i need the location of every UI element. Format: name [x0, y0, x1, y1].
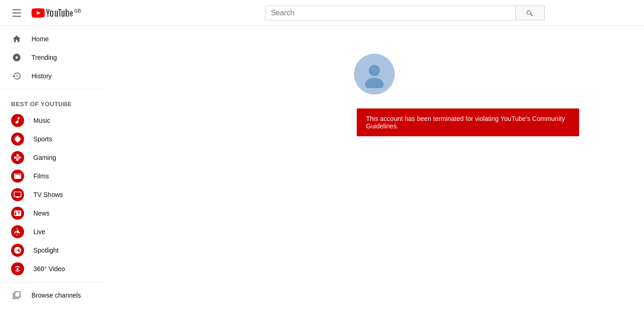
sidebar-item-gaming[interactable]: Gaming: [0, 148, 104, 167]
sidebar-item-history-label: History: [32, 72, 52, 80]
sports-icon: [11, 133, 24, 146]
sidebar-item-trending-label: Trending: [32, 54, 57, 61]
menu-button[interactable]: [7, 4, 26, 22]
terminated-banner: This account has been terminated for vio…: [357, 108, 579, 136]
sidebar-item-news[interactable]: News: [0, 204, 104, 222]
sidebar-item-home[interactable]: Home: [0, 30, 104, 48]
sidebar-item-tv-shows-label: TV Shows: [33, 191, 63, 198]
spotlight-icon: [11, 244, 24, 257]
home-icon: [11, 33, 22, 44]
search-button[interactable]: [515, 6, 545, 20]
sidebar-item-tv-shows[interactable]: TV Shows: [0, 185, 104, 204]
avatar: [354, 54, 395, 95]
tv-shows-icon: [11, 188, 24, 201]
sidebar-item-films-label: Films: [33, 172, 49, 180]
avatar-area: [123, 54, 625, 95]
avatar-image: [360, 60, 388, 88]
sidebar-item-films[interactable]: Films: [0, 167, 104, 185]
svg-point-2: [365, 78, 384, 88]
gaming-icon: [11, 151, 24, 164]
music-icon: [11, 114, 24, 127]
logo-area[interactable]: GB: [32, 8, 81, 18]
sidebar-item-trending[interactable]: Trending: [0, 48, 104, 67]
sidebar-item-home-label: Home: [32, 35, 49, 43]
live-icon: [11, 225, 24, 238]
360-video-icon: [11, 262, 24, 275]
hamburger-icon: [13, 9, 21, 17]
youtube-logo: [32, 8, 73, 18]
header: GB: [0, 0, 644, 26]
sidebar-item-history[interactable]: History: [0, 67, 104, 85]
svg-point-1: [369, 65, 380, 76]
trending-icon: [11, 52, 22, 63]
sidebar-item-browse-channels-label: Browse channels: [32, 292, 81, 299]
sidebar-divider: [0, 89, 104, 89]
films-icon: [11, 170, 24, 183]
sidebar-item-music-label: Music: [33, 117, 51, 124]
news-icon: [11, 207, 24, 220]
sidebar-item-news-label: News: [33, 209, 50, 217]
country-badge: GB: [74, 8, 81, 13]
sidebar-item-sports[interactable]: Sports: [0, 130, 104, 148]
browse-channels-icon: [11, 290, 22, 301]
sidebar-item-spotlight[interactable]: Spotlight: [0, 241, 104, 260]
sidebar-item-browse-channels[interactable]: Browse channels: [0, 286, 104, 305]
sidebar-item-gaming-label: Gaming: [33, 154, 56, 161]
sidebar-item-360-video[interactable]: 360° Video: [0, 260, 104, 278]
search-form: [265, 6, 545, 20]
terminated-message: This account has been terminated for vio…: [366, 115, 565, 130]
sidebar-item-spotlight-label: Spotlight: [33, 247, 58, 254]
history-icon: [11, 70, 22, 82]
sidebar-item-live[interactable]: Live: [0, 222, 104, 241]
sidebar-item-sports-label: Sports: [33, 135, 52, 143]
sidebar-item-live-label: Live: [33, 228, 45, 235]
search-input[interactable]: [265, 6, 515, 20]
search-icon: [526, 9, 534, 17]
main-content: This account has been terminated for vio…: [104, 26, 644, 311]
sidebar-divider-2: [0, 282, 104, 282]
sidebar: Home Trending History BEST OF YOUTUBE Mu…: [0, 26, 104, 311]
sidebar-item-360-video-label: 360° Video: [33, 265, 65, 273]
best-of-youtube-title: BEST OF YOUTUBE: [0, 93, 104, 111]
sidebar-item-music[interactable]: Music: [0, 111, 104, 130]
